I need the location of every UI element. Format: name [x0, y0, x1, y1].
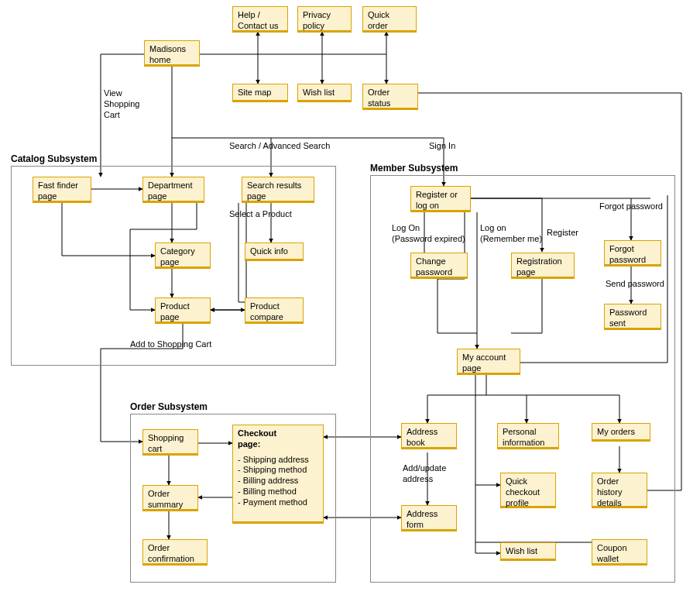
node-madisons-home: Madisonshome [144, 40, 200, 67]
node-quick-order: Quickorder [362, 6, 417, 33]
node-order-status: Orderstatus [362, 84, 418, 110]
node-quick-info: Quick info [245, 242, 304, 261]
node-category-page: Categorypage [155, 242, 211, 269]
node-order-history-details: Orderhistorydetails [592, 473, 647, 508]
node-address-form: Addressform [401, 505, 457, 531]
node-privacy-policy: Privacypolicy [297, 6, 352, 33]
node-wish-list-member: Wish list [500, 542, 556, 561]
title-catalog-subsystem: Catalog Subsystem [11, 153, 97, 164]
node-registration-page: Registrationpage [511, 253, 575, 279]
label-search: Search / Advanced Search [229, 141, 330, 152]
node-order-summary: Ordersummary [142, 485, 198, 511]
checkout-title: Checkoutpage: [238, 428, 318, 450]
node-site-map: Site map [232, 84, 288, 102]
node-coupon-wallet: Couponwallet [592, 539, 647, 566]
node-my-account: My accountpage [457, 349, 520, 375]
title-order-subsystem: Order Subsystem [130, 401, 208, 412]
node-checkout-page: Checkoutpage: - Shipping address- Shippi… [232, 425, 324, 524]
node-personal-info: Personalinformation [497, 423, 559, 449]
node-fast-finder: Fast finderpage [33, 177, 91, 203]
node-address-book: Addressbook [401, 423, 457, 449]
title-member-subsystem: Member Subsystem [370, 163, 458, 174]
node-wish-list-top: Wish list [297, 84, 352, 102]
node-shopping-cart: Shoppingcart [142, 429, 198, 456]
node-product-compare: Productcompare [245, 298, 304, 324]
node-forgot-password: Forgotpassword [604, 240, 661, 267]
node-quick-checkout-profile: Quickcheckoutprofile [500, 473, 556, 508]
label-view-cart: ViewShoppingCart [104, 88, 140, 120]
node-my-orders: My orders [592, 423, 650, 442]
node-password-sent: Passwordsent [604, 304, 661, 330]
label-sign-in: Sign In [429, 141, 455, 152]
node-search-results: Search resultspage [242, 177, 314, 203]
node-register-logon: Register orlog on [410, 186, 471, 212]
node-product-page: Productpage [155, 298, 211, 324]
node-change-password: Changepassword [410, 253, 468, 279]
node-help-contact: Help /Contact us [232, 6, 288, 33]
node-order-confirmation: Orderconfirmation [142, 539, 208, 566]
site-map-diagram: Help /Contact us Privacypolicy Quickorde… [0, 0, 700, 595]
checkout-items: - Shipping address- Shipping method- Bil… [238, 455, 318, 508]
node-department-page: Departmentpage [142, 177, 204, 203]
